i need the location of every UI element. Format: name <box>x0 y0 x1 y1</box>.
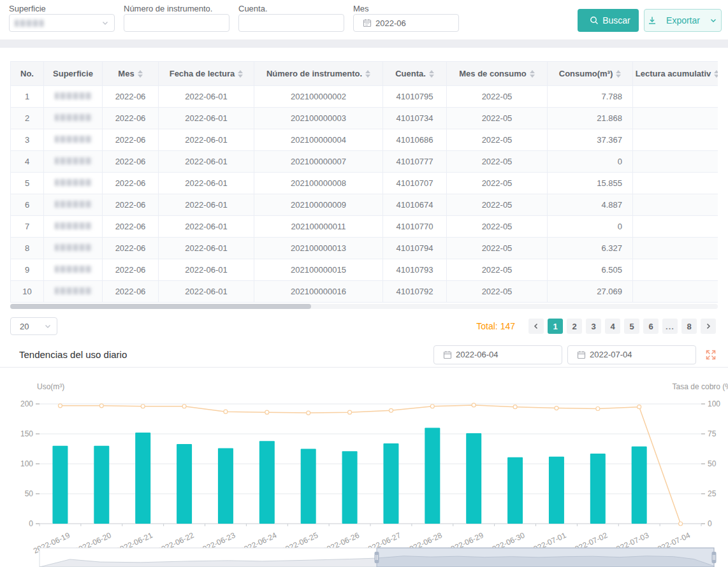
column-header-lectura[interactable]: Lectura acumulativ <box>633 62 718 86</box>
column-header-mes[interactable]: Mes <box>103 62 159 86</box>
cell-fecha: 2022-06-01 <box>159 129 254 151</box>
redacted-value <box>55 114 92 121</box>
cell-consumo: 0 <box>548 216 633 238</box>
prev-page-button[interactable] <box>528 319 544 334</box>
cell-mes: 2022-06 <box>103 194 159 216</box>
cell-mes_consumo: 2022-05 <box>447 151 548 173</box>
table-row: 72022-062022-06-012021000000114101077020… <box>11 216 718 238</box>
expand-fullscreen-icon[interactable] <box>705 349 717 361</box>
sort-carets-icon[interactable] <box>365 69 370 78</box>
cell-lectura <box>633 173 718 194</box>
column-header-instrumento[interactable]: Número de instrumento. <box>254 62 383 86</box>
next-page-button[interactable] <box>701 319 716 334</box>
instrumento-input[interactable] <box>129 18 224 28</box>
table-row: 32022-062022-06-012021000000044101068620… <box>11 129 718 151</box>
mes-label: Mes <box>353 3 459 14</box>
cell-no: 8 <box>11 238 44 259</box>
table-hscrollbar[interactable] <box>10 304 718 309</box>
page-button-2[interactable]: 2 <box>567 319 582 334</box>
cell-consumo: 27.069 <box>548 281 633 303</box>
svg-text:Uso(m³): Uso(m³) <box>37 382 64 391</box>
cell-superficie <box>44 238 103 259</box>
page-button-3[interactable]: 3 <box>586 319 601 334</box>
column-header-fecha[interactable]: Fecha de lectura <box>159 62 254 86</box>
cell-cuenta: 41010794 <box>383 238 447 259</box>
svg-text:100: 100 <box>20 459 33 468</box>
column-label: Consumo(m³) <box>559 69 613 78</box>
cell-mes: 2022-06 <box>103 216 159 238</box>
sort-carets-icon[interactable] <box>429 69 434 78</box>
svg-text:25: 25 <box>708 489 717 498</box>
svg-text:50: 50 <box>708 459 717 468</box>
chart-date-to-picker[interactable]: 2022-07-04 <box>567 345 696 364</box>
sort-carets-icon[interactable] <box>138 69 143 78</box>
cell-superficie <box>44 194 103 216</box>
cell-mes_consumo: 2022-05 <box>447 108 548 129</box>
cell-cuenta: 41010792 <box>383 281 447 303</box>
cell-mes: 2022-06 <box>103 86 159 108</box>
sort-carets-icon[interactable] <box>530 69 535 78</box>
column-header-consumo[interactable]: Consumo(m³) <box>548 62 633 86</box>
column-header-superficie: Superficie <box>44 62 103 86</box>
page-size-select[interactable]: 20 <box>10 317 57 335</box>
pager-ellipsis[interactable]: ... <box>662 319 678 334</box>
cell-cuenta: 41010734 <box>383 108 447 129</box>
cell-mes_consumo: 2022-05 <box>447 281 548 303</box>
redacted-value <box>55 179 92 186</box>
cell-instrumento: 202100000013 <box>254 238 383 259</box>
chart-date-to: 2022-07-04 <box>590 350 632 359</box>
column-header-cuenta[interactable]: Cuenta. <box>383 62 447 86</box>
cell-superficie <box>44 108 103 129</box>
cell-mes_consumo: 2022-05 <box>447 129 548 151</box>
table-row: 12022-062022-06-012021000000024101079520… <box>11 86 718 108</box>
sort-carets-icon[interactable] <box>714 69 718 78</box>
table-row: 22022-062022-06-012021000000034101073420… <box>11 108 718 129</box>
column-header-mes_consumo[interactable]: Mes de consumo <box>447 62 548 86</box>
cell-cuenta: 41010686 <box>383 129 447 151</box>
cell-no: 1 <box>11 86 44 108</box>
table-row: 102022-062022-06-01202100000016410107922… <box>11 281 718 303</box>
buscar-button[interactable]: Buscar <box>578 9 639 32</box>
mes-picker[interactable]: 2022-06 <box>353 14 459 32</box>
cell-superficie <box>44 151 103 173</box>
download-icon <box>648 16 657 25</box>
cell-mes: 2022-06 <box>103 151 159 173</box>
cell-no: 6 <box>11 194 44 216</box>
sort-carets-icon[interactable] <box>616 69 621 78</box>
page-button-6[interactable]: 6 <box>643 319 659 334</box>
redacted-value <box>55 244 92 251</box>
page-button-4[interactable]: 4 <box>605 319 620 334</box>
page-button-8[interactable]: 8 <box>681 319 697 334</box>
cuenta-input[interactable] <box>244 18 339 28</box>
chevron-down-icon <box>44 322 52 330</box>
superficie-select[interactable] <box>9 14 115 32</box>
page-button-1[interactable]: 1 <box>548 319 563 334</box>
cell-superficie <box>44 281 103 303</box>
cell-consumo: 21.868 <box>548 108 633 129</box>
cell-cuenta: 41010793 <box>383 259 447 281</box>
filter-instrumento: Número de instrumento. <box>124 3 229 32</box>
cell-lectura <box>633 216 718 238</box>
exportar-button[interactable]: Exportar <box>644 9 722 32</box>
page-button-5[interactable]: 5 <box>624 319 639 334</box>
cell-consumo: 0 <box>548 151 633 173</box>
cell-fecha: 2022-06-01 <box>159 173 254 194</box>
cell-no: 4 <box>11 151 44 173</box>
filter-bar: Superficie Número de instrumento. Cuenta… <box>0 0 728 39</box>
cell-instrumento: 202100000007 <box>254 151 383 173</box>
column-label: No. <box>20 69 34 78</box>
calendar-icon <box>443 350 452 359</box>
cell-instrumento: 202100000002 <box>254 86 383 108</box>
cell-mes_consumo: 2022-05 <box>447 259 548 281</box>
main-panel: No.SuperficieMesFecha de lecturaNúmero d… <box>0 48 728 567</box>
sort-carets-icon[interactable] <box>238 69 243 78</box>
column-label: Lectura acumulativ <box>636 69 711 78</box>
chart-date-from-picker[interactable]: 2022-06-04 <box>433 345 562 364</box>
redacted-value <box>55 157 92 164</box>
cell-fecha: 2022-06-01 <box>159 281 254 303</box>
cell-lectura <box>633 151 718 173</box>
trend-chart[interactable]: Uso(m³)Tasa de cobro (%)0501001502000255… <box>0 368 728 567</box>
svg-text:150: 150 <box>20 429 33 438</box>
exportar-label: Exportar <box>666 15 700 25</box>
search-icon <box>590 16 599 25</box>
